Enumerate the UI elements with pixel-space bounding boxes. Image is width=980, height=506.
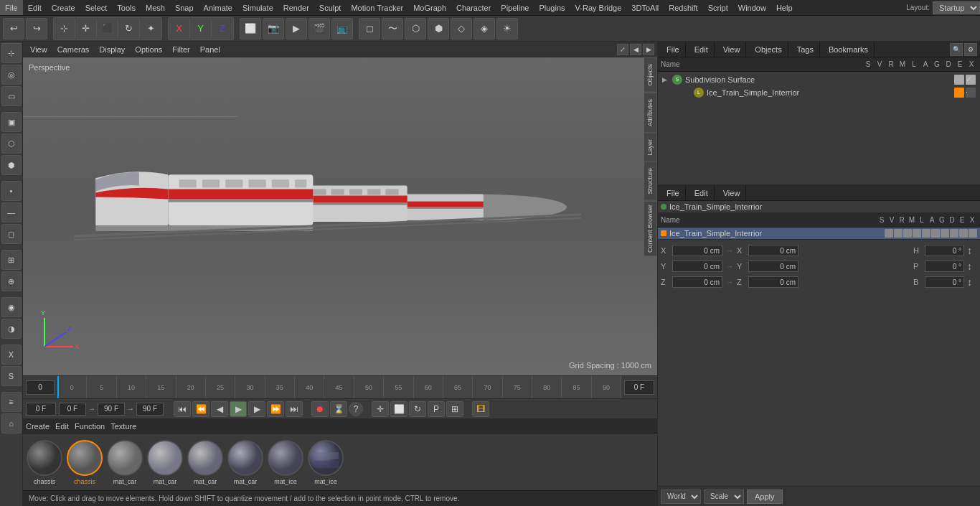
coord-b-input[interactable] xyxy=(925,276,964,288)
xpresso-btn[interactable]: X xyxy=(1,345,22,365)
mat-item-matcar3[interactable]: mat_car xyxy=(187,439,224,485)
coord-p-arrow[interactable]: ↕ xyxy=(967,261,977,272)
scene-btn[interactable]: ◇ xyxy=(451,18,472,39)
mat-item-matice1[interactable]: mat_ice xyxy=(267,439,304,485)
ts-check-sub2[interactable]: ✓ xyxy=(966,75,976,85)
vp-tab-cameras[interactable]: Cameras xyxy=(53,45,94,54)
pb-film-btn[interactable]: 🎞 xyxy=(472,401,489,417)
vp-tab-view[interactable]: View xyxy=(26,45,52,54)
menu-vray[interactable]: V-Ray Bridge xyxy=(570,0,627,15)
menu-file[interactable]: File xyxy=(0,0,23,15)
ai-7[interactable] xyxy=(941,229,949,238)
layer-btn[interactable]: ≡ xyxy=(1,392,22,412)
pb-auto-key[interactable]: ⌛ xyxy=(330,401,347,417)
ai-6[interactable] xyxy=(931,229,940,238)
mat-menu-create[interactable]: Create xyxy=(26,422,50,431)
x-axis-btn[interactable]: X xyxy=(169,18,190,39)
ai-9[interactable] xyxy=(959,229,968,238)
vp-tab-filter[interactable]: Filter xyxy=(168,45,194,54)
pb-scale-tool[interactable]: ⬜ xyxy=(390,401,407,417)
vp-icon-expand[interactable]: ⤢ xyxy=(617,44,628,55)
coord-z-input2[interactable] xyxy=(748,276,798,288)
light-btn[interactable]: ☀ xyxy=(496,18,518,39)
live-selection[interactable]: ◎ xyxy=(1,65,22,85)
tl-playhead[interactable] xyxy=(57,376,59,398)
texture-mode[interactable]: ⬡ xyxy=(1,133,22,154)
pointer-tool[interactable]: ⊹ xyxy=(1,43,22,63)
pb-end-frame[interactable] xyxy=(98,403,125,416)
scale-tool[interactable]: ⬛ xyxy=(97,18,118,39)
deform-btn[interactable]: ⬢ xyxy=(428,18,449,39)
render-btn[interactable]: 🎬 xyxy=(308,18,330,39)
menu-3dtoall[interactable]: 3DToAll xyxy=(626,0,664,15)
pb-record[interactable]: ⏺ xyxy=(311,401,329,417)
coord-z-input1[interactable] xyxy=(672,276,722,288)
pb-start-frame[interactable] xyxy=(26,403,56,416)
polys-mode[interactable]: ◻ xyxy=(1,224,22,244)
coord-b-arrow[interactable]: ↕ xyxy=(967,276,977,288)
select-tool[interactable]: ⊹ xyxy=(54,18,75,39)
ai-10[interactable] xyxy=(969,229,977,238)
pb-step-back[interactable]: ⏪ xyxy=(192,401,209,417)
mat-menu-texture[interactable]: Texture xyxy=(110,422,136,431)
points-mode[interactable]: • xyxy=(1,181,22,201)
camera-btn[interactable]: 📷 xyxy=(263,18,284,39)
menu-edit[interactable]: Edit xyxy=(23,0,47,15)
attr-train-row[interactable]: Ice_Train_Simple_Interrior xyxy=(658,228,980,240)
world-select[interactable]: World xyxy=(661,489,701,504)
mat-item-matcar4[interactable]: mat_car xyxy=(227,439,264,485)
ai-4[interactable] xyxy=(913,229,921,238)
snap-tool[interactable]: ⊞ xyxy=(1,250,22,270)
pb-rotate-tool[interactable]: ↻ xyxy=(409,401,426,417)
undo-button[interactable]: ↩ xyxy=(3,18,24,39)
mat-item-chassis1[interactable]: chassis xyxy=(26,439,63,485)
menu-sculpt[interactable]: Sculpt xyxy=(314,0,347,15)
side-tab-objects[interactable]: Objects xyxy=(644,57,657,93)
timeline-track[interactable]: 0 5 10 15 20 25 30 35 40 45 50 55 60 65 … xyxy=(57,376,621,398)
pb-camera-tool[interactable]: P xyxy=(428,401,445,417)
scale-select[interactable]: Scale xyxy=(704,489,744,504)
obj-tab-view[interactable]: View xyxy=(717,42,747,57)
menu-mograph[interactable]: MoGraph xyxy=(408,0,451,15)
mat-menu-function[interactable]: Function xyxy=(75,422,105,431)
menu-script[interactable]: Script xyxy=(703,0,733,15)
pb-move-tool[interactable]: ✛ xyxy=(372,401,389,417)
rotate-tool[interactable]: ↻ xyxy=(118,18,140,39)
pb-current-frame[interactable] xyxy=(59,403,86,416)
panel-config-icon[interactable]: ⚙ xyxy=(964,43,977,56)
pb-goto-start[interactable]: ⏮ xyxy=(174,401,191,417)
menu-pipeline[interactable]: Pipeline xyxy=(496,0,534,15)
coord-h-arrow[interactable]: ↕ xyxy=(967,245,977,256)
pb-grid-tool[interactable]: ⊞ xyxy=(446,401,463,417)
model-mode[interactable]: ▣ xyxy=(1,112,22,132)
redo-button[interactable]: ↪ xyxy=(26,18,47,39)
menu-animate[interactable]: Animate xyxy=(199,0,237,15)
apply-button[interactable]: Apply xyxy=(747,489,783,504)
coord-h-input[interactable] xyxy=(925,245,964,256)
vp-tab-options[interactable]: Options xyxy=(131,45,166,54)
layout-dropdown[interactable]: Startup xyxy=(933,1,980,14)
y-axis-btn[interactable]: Y xyxy=(190,18,212,39)
poly-tool[interactable]: ✦ xyxy=(140,18,161,39)
menu-tools[interactable]: Tools xyxy=(112,0,141,15)
coord-x-input1[interactable] xyxy=(672,245,722,256)
obj-tab-file[interactable]: File xyxy=(661,42,686,57)
pb-play[interactable]: ▶ xyxy=(230,401,247,417)
obj-tab-bookmarks[interactable]: Bookmarks xyxy=(823,42,875,57)
vp-icon-prev[interactable]: ◀ xyxy=(630,44,641,55)
side-tab-structure[interactable]: Structure xyxy=(644,161,657,201)
tree-item-subdivision[interactable]: ▶ S Subdivision Surface ✓ xyxy=(659,73,979,86)
ai-5[interactable] xyxy=(922,229,930,238)
axis-tool[interactable]: ⊕ xyxy=(1,271,22,291)
tree-item-train[interactable]: L Ice_Train_Simple_Interrior · xyxy=(659,86,979,99)
ai-2[interactable] xyxy=(894,229,903,238)
viewer-btn[interactable]: 📺 xyxy=(331,18,353,39)
side-tab-attributes[interactable]: Attributes xyxy=(644,93,657,133)
coord-y-input1[interactable] xyxy=(672,261,722,272)
vp-tab-panel[interactable]: Panel xyxy=(196,45,225,54)
ai-3[interactable] xyxy=(903,229,912,238)
paint-tool[interactable]: ◑ xyxy=(1,319,22,339)
menu-create[interactable]: Create xyxy=(47,0,80,15)
tl-start-input[interactable]: 0 xyxy=(26,380,55,395)
menu-redshift[interactable]: Redshift xyxy=(664,0,702,15)
